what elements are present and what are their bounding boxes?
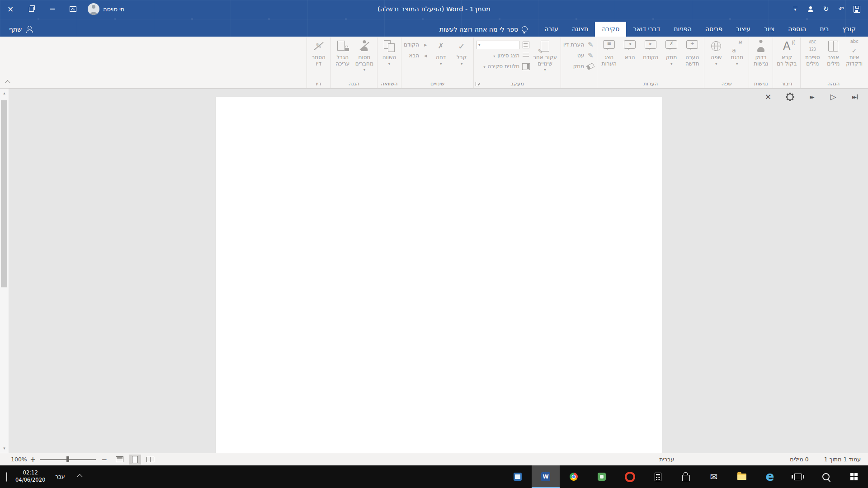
tab-draw[interactable]: ציור [757,22,781,37]
tab-help[interactable]: עזרה [538,22,565,37]
zoom-slider-thumb[interactable] [66,456,69,462]
undo-button[interactable] [835,0,848,18]
ink-comment-button[interactable]: ✎הערת דיו [563,40,594,49]
ribbon-display-options-button[interactable] [62,0,83,18]
minimize-button[interactable] [42,0,62,18]
read-aloud-previous-button[interactable] [807,92,816,102]
tab-view[interactable]: תצוגה [565,22,595,37]
taskbar-edge-button[interactable] [756,465,784,488]
read-aloud-settings-button[interactable] [785,92,795,102]
tab-home[interactable]: בית [813,22,835,37]
tab-insert[interactable]: הוספה [781,22,813,37]
taskbar-mail-button[interactable] [700,465,728,488]
previous-change-button[interactable]: ▸הקודם [404,40,429,49]
previous-comment-button[interactable]: ▸הקודם [640,38,661,78]
tab-file[interactable]: קובץ [836,22,863,37]
block-authors-button[interactable]: חסוםמחברים▾ [353,38,376,78]
start-icon [850,473,858,480]
language-indicator[interactable]: עבר [55,474,65,480]
language-button[interactable]: שפה▾ [706,38,726,78]
scroll-up-button[interactable]: ▴ [0,89,9,97]
restrict-editing-button[interactable]: הגבלעריכה [332,38,353,78]
notification-center-button[interactable] [6,473,7,481]
read-aloud-play-button[interactable] [828,92,838,102]
tab-review[interactable]: סקירה [595,22,626,37]
displayreview-icon [522,41,530,49]
zoom-in-button[interactable]: + [29,455,37,464]
show-comments-button[interactable]: ≡הצגהערות [599,38,619,78]
next-change-button[interactable]: ◂הבא [404,51,429,60]
taskbar-store-button[interactable] [672,465,700,488]
zoom-out-button[interactable]: − [100,455,108,464]
show-markup-button[interactable]: הצג סימון▾ [476,51,530,60]
scrollbar-thumb[interactable] [1,100,7,287]
scroll-down-button[interactable]: ▾ [0,445,9,452]
document-page[interactable] [216,97,662,453]
share-button[interactable]: שתף [3,22,40,37]
track-changes-button[interactable]: עקוב אחרשינויים▾ [531,38,559,78]
language-status[interactable]: עברית [659,456,674,463]
taskbar-file-explorer-button[interactable] [728,465,756,488]
pen-button[interactable]: ✎עט [563,51,594,60]
tab-design[interactable]: עיצוב [729,22,757,37]
ribbon-tab-row: קובץביתהוספהציורעיצובפריסההפניותדברי דוא… [0,18,868,37]
reject-button[interactable]: ✗דחה▾ [430,38,451,78]
word-count-button[interactable]: ספירתמילים [802,38,823,78]
accept-button[interactable]: ✓קבל▾ [451,38,472,78]
save-button[interactable] [850,0,863,18]
hide-ink-button[interactable]: ✎הסתרדיו [308,38,329,78]
web-layout-button[interactable] [114,455,126,465]
word-count-status[interactable]: 0 מילים [790,456,808,463]
eraser-button[interactable]: מחק [563,62,594,71]
settings-icon [787,94,793,100]
print-layout-button[interactable] [129,455,141,465]
page-indicator[interactable]: עמוד 1 מתוך 1 [824,456,861,463]
user-badge-button[interactable] [804,0,817,18]
reviewing-pane-button[interactable]: חלונית סקירה▾ [476,62,530,71]
vertical-scrollbar[interactable]: ▴ ▾ [0,89,9,453]
read-mode-button[interactable] [145,455,156,465]
check-accessibility-button[interactable]: בדוקנגישות [750,38,771,78]
zoom-level[interactable]: 100% [11,456,27,463]
taskbar-blue-app-button[interactable] [504,465,532,488]
display-for-review-combo[interactable]: ▾ [476,41,519,49]
close-button[interactable]: × [0,0,21,18]
taskbar-green-app-button[interactable] [588,465,616,488]
restore-button[interactable] [21,0,42,18]
tab-layout[interactable]: פריסה [698,22,729,37]
read-aloud-next-button[interactable] [850,92,860,102]
taskbar-task-view-button[interactable] [784,465,812,488]
clock[interactable]: 02:12 04/06/2020 [15,469,45,483]
sync-button[interactable] [819,0,833,18]
collapse-ribbon-button[interactable] [5,80,11,85]
window-controls: × חי סויסה [0,0,124,18]
next-comment-button[interactable]: ◂הבא [619,38,640,78]
tell-me-label: ספר לי מה אתה רוצה לעשות [439,26,518,33]
reject-icon: ✗ [434,39,448,53]
tab-references[interactable]: הפניות [667,22,698,37]
delete-comment-button[interactable]: ✗מחק▾ [661,38,682,78]
show-hidden-icons-button[interactable] [78,475,82,479]
account-avatar[interactable] [88,3,99,15]
tab-mailings[interactable]: דברי דואר [626,22,667,37]
read-aloud-close-button[interactable] [763,92,773,102]
taskbar-calculator-button[interactable] [644,465,672,488]
display-for-review-button[interactable]: ▾ [476,40,530,49]
taskbar-red-app-button[interactable] [616,465,644,488]
tell-me-button[interactable]: ספר לי מה אתה רוצה לעשות [439,22,528,37]
user-name[interactable]: חי סויסה [103,6,124,13]
translate-button[interactable]: תרגם▾ [726,38,747,78]
new-comment-button[interactable]: +הערהחדשה [682,38,703,78]
spelling-grammar-button[interactable]: איותודקדוק [844,38,865,78]
taskbar-word-button[interactable] [532,465,560,488]
thesaurus-button[interactable]: אוצרמילים [823,38,844,78]
group-label-ink: דיו [308,80,329,88]
qat-customize-button[interactable] [788,0,802,18]
dialog-launcher-tracking[interactable] [475,81,481,87]
zoom-slider[interactable] [40,455,96,464]
taskbar-start-button[interactable] [840,465,868,488]
taskbar-search-button[interactable] [812,465,840,488]
compare-button[interactable]: השווה▾ [379,38,400,78]
read-aloud-button[interactable]: קראבקול רם [774,38,799,78]
taskbar-chrome-button[interactable] [560,465,588,488]
